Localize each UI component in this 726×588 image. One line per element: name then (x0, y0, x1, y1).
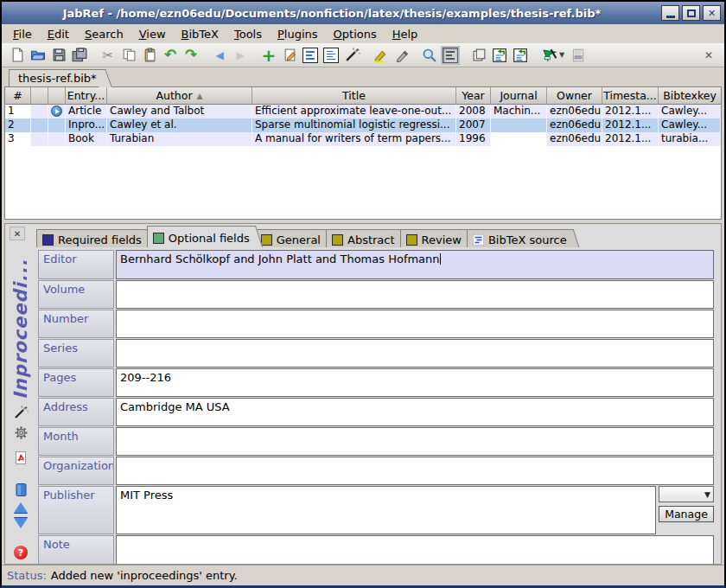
maximize-button[interactable] (682, 5, 700, 21)
manage-button[interactable]: Manage (659, 506, 714, 522)
save-database-button[interactable] (48, 45, 69, 66)
new-entry-button[interactable]: + (258, 45, 279, 66)
tab-optional-fields[interactable]: Optional fields (147, 226, 253, 247)
column-header-title[interactable]: Title (252, 87, 456, 105)
menu-help[interactable]: Help (385, 26, 426, 42)
writexmp-button[interactable] (14, 425, 29, 440)
column-header-owner[interactable]: Owner (547, 87, 602, 105)
new-database-button[interactable] (7, 45, 28, 66)
previous-entry-button[interactable] (14, 502, 28, 513)
open-database-button[interactable] (28, 45, 48, 66)
toolbar: ✂ ↶ ↷ ◀ ▶ + (2, 43, 724, 67)
undo-button[interactable]: ↶ (160, 45, 181, 66)
back-button[interactable]: ◀ (209, 45, 230, 66)
search-button[interactable] (419, 45, 440, 66)
menu-tools[interactable]: Tools (226, 26, 270, 42)
pages-field[interactable]: 209--216 (116, 368, 714, 397)
close-toolbar-button[interactable]: ✕ (698, 45, 719, 66)
toggle-preview-button[interactable] (321, 45, 341, 66)
column-header-journal[interactable]: Journal (491, 87, 547, 105)
field-label-publisher: Publisher (38, 486, 114, 534)
column-header-icon2[interactable] (48, 87, 66, 105)
address-field[interactable]: Cambridge MA USA (116, 398, 714, 426)
menu-view[interactable]: View (131, 26, 174, 42)
organization-field[interactable] (116, 457, 714, 485)
editor-field[interactable]: Bernhard Schölkopf and John Platt and Th… (116, 250, 714, 279)
menu-bibtex[interactable]: BibTeX (174, 26, 226, 42)
note-field[interactable] (116, 535, 714, 565)
next-entry-button[interactable] (14, 518, 28, 528)
cut-button[interactable]: ✂ (98, 45, 118, 66)
tab-abstract[interactable]: Abstract (326, 229, 398, 247)
redo-button[interactable]: ↷ (181, 45, 201, 66)
open-pdf-button[interactable] (14, 451, 28, 465)
general-tab-icon (261, 234, 272, 246)
minimize-button[interactable] (661, 5, 679, 21)
cell-owner: ezn06edu (547, 132, 602, 146)
menu-plugins[interactable]: Plugins (270, 26, 326, 42)
cleanup-button[interactable] (341, 45, 362, 66)
cell-author: Cawley and Talbot (107, 105, 252, 118)
cell-bibtexkey: turabia... (659, 132, 721, 146)
close-button[interactable]: ✕ (703, 5, 721, 21)
menu-options[interactable]: Options (326, 26, 385, 42)
field-label-address: Address (38, 398, 114, 426)
menu-file[interactable]: File (5, 26, 40, 42)
forward-icon: ▶ (236, 49, 244, 61)
edit-entry-button[interactable] (279, 45, 300, 66)
column-header-num[interactable]: # (5, 87, 31, 105)
database-tab-strip: thesis-ref.bib* (2, 67, 724, 86)
menu-edit[interactable]: Edit (40, 26, 77, 42)
push-to-application-button[interactable] (568, 45, 589, 66)
web-search-button[interactable]: ▼ (538, 45, 568, 66)
unmark-entries-button[interactable] (391, 45, 411, 66)
manage-button-label: Manage (665, 508, 708, 521)
column-header-author[interactable]: Author ▲ (107, 87, 252, 105)
entry-editor-tabs: Required fields Optional fields General … (5, 224, 721, 247)
text-caret (440, 253, 441, 265)
new-entry-from-plain-text-button[interactable] (489, 45, 510, 66)
column-header-entrytype[interactable]: Entry... (66, 87, 107, 105)
column-header-timestamp[interactable]: Timesta... (602, 87, 659, 105)
toggle-groups-button[interactable] (300, 45, 321, 66)
month-field[interactable] (116, 427, 714, 456)
publisher-field[interactable]: MIT Press (116, 486, 656, 534)
title-bar: JabRef - /home/ezn06edu/Documents/nonfic… (2, 2, 724, 24)
duplicate-check-button[interactable] (468, 45, 489, 66)
column-header-bibtexkey[interactable]: Bibtexkey (659, 87, 721, 105)
number-field[interactable] (116, 310, 714, 338)
close-entry-editor-button[interactable]: ✕ (10, 227, 25, 240)
gray-pen-icon (393, 48, 409, 63)
column-header-icon1[interactable] (31, 87, 48, 105)
database-tab[interactable]: thesis-ref.bib* (9, 69, 102, 86)
field-label-organization: Organization (38, 457, 114, 485)
tab-required-fields[interactable]: Required fields (36, 229, 145, 247)
tab-general[interactable]: General (255, 229, 324, 247)
column-header-year[interactable]: Year (456, 87, 491, 105)
duplicate-icon (472, 48, 487, 62)
row-file-cell[interactable] (48, 105, 66, 118)
open-file-button[interactable] (15, 483, 28, 497)
attached-file-icon (51, 105, 62, 117)
paste-button[interactable] (139, 45, 160, 66)
import-into-database-button[interactable] (510, 45, 531, 66)
copy-button[interactable] (118, 45, 139, 66)
field-label-editor: Editor (38, 250, 114, 279)
forward-button[interactable]: ▶ (230, 45, 251, 66)
volume-field[interactable] (116, 280, 714, 309)
toggle-search-panel-button[interactable] (440, 45, 461, 66)
series-field[interactable] (116, 339, 714, 368)
groups-panel-icon (302, 48, 318, 63)
menu-search[interactable]: Search (77, 26, 131, 42)
mark-entries-button[interactable] (370, 45, 391, 66)
cell-timestamp: 2012.1... (602, 105, 659, 118)
save-all-button[interactable] (69, 45, 90, 66)
tab-bibtex-source[interactable]: BibTeX source (467, 229, 570, 247)
tab-review[interactable]: Review (400, 229, 465, 247)
highlighter-icon (373, 48, 388, 63)
publisher-dropdown[interactable]: ▼ (659, 486, 714, 502)
generate-bibtexkey-button[interactable] (13, 405, 29, 420)
jabref-window: JabRef - /home/ezn06edu/Documents/nonfic… (0, 0, 726, 588)
row-number: 1 (5, 105, 31, 118)
help-button[interactable]: ? (14, 546, 28, 559)
